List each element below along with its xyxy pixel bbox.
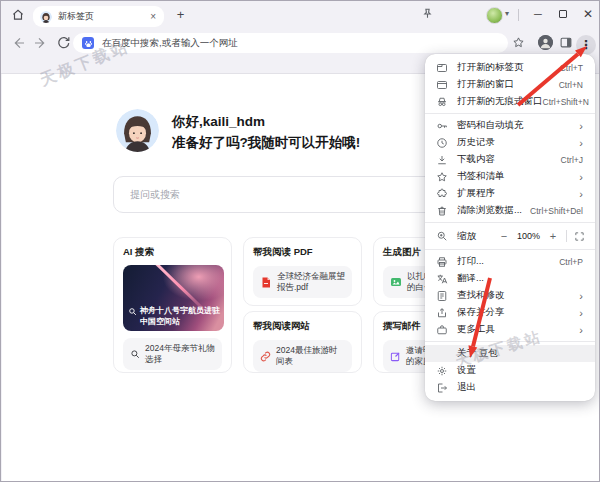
forward-icon[interactable]	[33, 35, 49, 51]
menu-item-label: 下载内容	[457, 153, 495, 166]
card-ai-search[interactable]: AI 搜索 神舟十八号宇航员进驻中国空间站 2024年母亲节礼物选择	[113, 237, 232, 373]
zoom-icon	[436, 230, 448, 242]
menu-item-设置[interactable]: 设置	[425, 362, 595, 379]
address-bar-text: 在百度中搜索,或者输入一个网址	[102, 37, 238, 50]
bookmark-star-icon[interactable]	[512, 36, 525, 49]
chevron-down-icon[interactable]: ▾	[505, 9, 509, 18]
card-title: 帮我阅读 PDF	[253, 246, 352, 259]
card-title: 帮我阅读网站	[253, 320, 352, 333]
extensions-icon	[436, 188, 448, 200]
history-icon	[436, 137, 448, 149]
browser-menu-button[interactable]: ⋮	[576, 35, 596, 55]
menu-item-label: 设置	[457, 364, 476, 377]
search-input[interactable]	[130, 189, 474, 200]
menu-item-label: 退出	[457, 381, 476, 394]
side-panel-icon[interactable]	[559, 36, 573, 49]
menu-item-shortcut: Ctrl+N	[559, 80, 583, 90]
submenu-chevron-icon: ›	[579, 291, 583, 301]
zoom-divider	[566, 230, 567, 242]
menu-item-打开新的无痕式窗口[interactable]: 打开新的无痕式窗口Ctrl+Shift+N	[425, 93, 595, 110]
trash-icon	[436, 205, 448, 217]
share-icon	[436, 307, 448, 319]
menu-item-扩展程序[interactable]: 扩展程序›	[425, 185, 595, 202]
menu-item-label: 关于 豆包	[457, 347, 498, 360]
menu-item-清除浏览数据[interactable]: 清除浏览数据...Ctrl+Shift+Del	[425, 202, 595, 219]
maximize-button[interactable]	[553, 5, 573, 23]
submenu-chevron-icon: ›	[579, 172, 583, 182]
incognito-icon	[436, 96, 448, 108]
menu-separator	[425, 341, 595, 342]
assistant-avatar	[116, 109, 159, 152]
menu-item-label: 扩展程序	[457, 187, 495, 200]
menu-item-label: 翻译...	[457, 272, 484, 285]
baidu-search-icon	[82, 37, 94, 49]
zoom-out-button[interactable]: −	[498, 230, 510, 242]
download-icon	[436, 154, 448, 166]
menu-item-翻译[interactable]: 翻译...	[425, 270, 595, 287]
menu-item-zoom: 缩放−100%+	[425, 226, 595, 246]
ai-search-image[interactable]: 神舟十八号宇航员进驻中国空间站	[123, 265, 224, 331]
address-bar[interactable]: 在百度中搜索,或者输入一个网址	[73, 33, 508, 53]
menu-item-shortcut: Ctrl+Shift+N	[543, 97, 589, 107]
menu-item-label: 更多工具	[457, 323, 495, 336]
fullscreen-button[interactable]	[574, 231, 585, 242]
card-read-website[interactable]: 帮我阅读网站 2024最佳旅游时间表	[243, 311, 362, 373]
suggestion-pill[interactable]: 2024年母亲节礼物选择	[123, 338, 222, 370]
menu-item-打开新的窗口[interactable]: 打开新的窗口Ctrl+N	[425, 76, 595, 93]
menu-item-查找和修改[interactable]: 查找和修改›	[425, 287, 595, 304]
minimize-button[interactable]: ─	[528, 5, 548, 23]
menu-item-label: 打开新的标签页	[457, 61, 524, 74]
greeting-line1: 你好,kaili_hdm	[172, 111, 360, 132]
menu-item-保存并分享[interactable]: 保存并分享›	[425, 304, 595, 321]
menu-item-shortcut: Ctrl+J	[561, 155, 583, 165]
close-window-button[interactable]: ✕	[578, 5, 598, 23]
card-read-pdf[interactable]: 帮我阅读 PDF 全球经济金融展望报告.pdf	[243, 237, 362, 306]
menu-item-书签和清单[interactable]: 书签和清单›	[425, 168, 595, 185]
browser-menu-dropdown: 打开新的标签页Ctrl+T打开新的窗口Ctrl+N打开新的无痕式窗口Ctrl+S…	[425, 54, 595, 401]
card-title: AI 搜索	[123, 246, 222, 259]
menu-item-label: 清除浏览数据...	[457, 204, 522, 217]
menu-item-退出[interactable]: 退出	[425, 379, 595, 396]
menu-item-label: 密码和自动填充	[457, 119, 524, 132]
tab-favicon-avatar	[40, 11, 52, 23]
submenu-chevron-icon: ›	[579, 308, 583, 318]
new-tab-button[interactable]: +	[173, 8, 188, 23]
browser-window: 新标签页 × + ▾ ─ ✕ 在百度中搜索,或者输入一个网址	[0, 0, 600, 482]
tab-strip: 新标签页 × + ▾ ─ ✕	[1, 1, 599, 29]
find-icon	[436, 290, 448, 302]
pin-icon[interactable]	[421, 7, 434, 20]
menu-item-打印[interactable]: 打印...Ctrl+P	[425, 253, 595, 270]
menu-item-关于豆包[interactable]: 关于 豆包	[425, 345, 595, 362]
new-tab-icon	[436, 62, 448, 74]
menu-item-shortcut: Ctrl+T	[560, 63, 583, 73]
print-icon	[436, 256, 448, 268]
pdf-name: 全球经济金融展望报告.pdf	[277, 271, 345, 293]
fullscreen-icon	[574, 231, 585, 242]
browser-tab[interactable]: 新标签页 ×	[33, 6, 164, 27]
submenu-chevron-icon: ›	[579, 189, 583, 199]
menu-item-密码和自动填充[interactable]: 密码和自动填充›	[425, 117, 595, 134]
back-icon[interactable]	[10, 35, 26, 51]
zoom-in-button[interactable]: +	[547, 230, 559, 242]
toolbar: 在百度中搜索,或者输入一个网址 ⋮	[1, 29, 599, 57]
account-avatar-icon[interactable]	[538, 35, 553, 50]
pdf-pill[interactable]: 全球经济金融展望报告.pdf	[253, 266, 352, 298]
submenu-chevron-icon: ›	[579, 325, 583, 335]
menu-item-下载内容[interactable]: 下载内容Ctrl+J	[425, 151, 595, 168]
link-pill[interactable]: 2024最佳旅游时间表	[253, 340, 352, 372]
menu-item-更多工具[interactable]: 更多工具›	[425, 321, 595, 338]
greeting-line2: 准备好了吗?我随时可以开始哦!	[172, 132, 360, 153]
image-caption: 神舟十八号宇航员进驻中国空间站	[140, 306, 224, 327]
menu-item-label: 打开新的无痕式窗口	[457, 95, 543, 108]
link-icon	[260, 351, 271, 362]
menu-separator	[425, 113, 595, 114]
submenu-chevron-icon: ›	[579, 138, 583, 148]
reload-icon[interactable]	[56, 35, 72, 51]
tab-close-icon[interactable]: ×	[149, 11, 157, 22]
tab-title: 新标签页	[58, 10, 149, 23]
menu-item-label: 保存并分享	[457, 306, 505, 319]
home-icon[interactable]	[11, 8, 25, 22]
profile-avatar[interactable]	[486, 7, 503, 24]
menu-item-打开新的标签页[interactable]: 打开新的标签页Ctrl+T	[425, 59, 595, 76]
menu-item-历史记录[interactable]: 历史记录›	[425, 134, 595, 151]
